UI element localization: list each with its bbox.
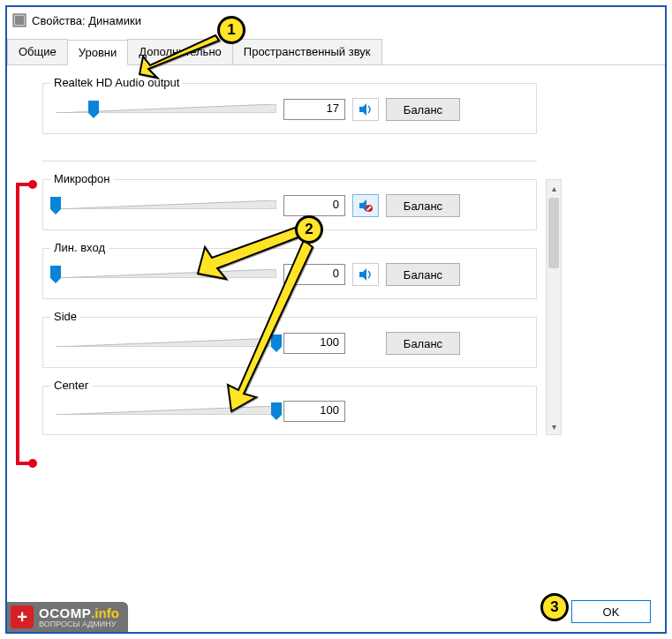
watermark-suffix: .info: [91, 605, 119, 620]
tab-strip: Общие Уровни Дополнительно Пространствен…: [7, 39, 665, 65]
channel-mute-toggle[interactable]: [352, 263, 379, 286]
tab-spatial[interactable]: Пространственный звук: [232, 39, 382, 64]
svg-marker-3: [88, 101, 99, 118]
channel-balance-button[interactable]: Баланс: [386, 194, 460, 217]
channel-label: Лин. вход: [50, 241, 109, 254]
output-balance-button[interactable]: Баланс: [386, 98, 460, 121]
watermark: + OCOMP.info ВОПРОСЫ АДМИНУ: [7, 602, 128, 632]
svg-marker-12: [359, 268, 366, 281]
channels-area: Микрофон 0 Баланс Лин. вход: [42, 179, 537, 435]
output-value[interactable]: 17: [283, 99, 345, 120]
scroll-up-icon[interactable]: ▴: [547, 180, 561, 196]
channel-slider-thumb[interactable]: [271, 402, 282, 420]
titlebar: Свойства: Динамики: [7, 7, 665, 34]
dialog-buttons: OK: [571, 600, 651, 623]
watermark-brand: OCOMP: [39, 605, 91, 620]
svg-marker-10: [56, 269, 276, 278]
output-mute-toggle[interactable]: [352, 98, 379, 121]
annotation-marker-3: 3: [540, 593, 569, 621]
svg-marker-7: [359, 199, 366, 212]
svg-rect-1: [15, 16, 24, 25]
channel-slider-thumb[interactable]: [50, 266, 61, 283]
properties-window: Свойства: Динамики Общие Уровни Дополнит…: [5, 5, 667, 634]
watermark-sub: ВОПРОСЫ АДМИНУ: [39, 620, 119, 628]
svg-marker-13: [56, 338, 276, 347]
channels-scrollbar[interactable]: ▴ ▾: [546, 179, 562, 435]
channel-group: Side 100 Баланс: [42, 317, 537, 368]
output-slider[interactable]: [56, 101, 276, 118]
tab-advanced[interactable]: Дополнительно: [127, 39, 233, 64]
channel-label: Side: [50, 310, 80, 323]
channel-balance-button[interactable]: Баланс: [386, 332, 460, 355]
channel-slider-thumb[interactable]: [50, 197, 61, 214]
channel-group: Лин. вход 0 Баланс: [42, 248, 537, 299]
channel-value[interactable]: 100: [283, 333, 345, 354]
svg-marker-4: [359, 103, 366, 116]
separator: [42, 161, 537, 162]
svg-marker-5: [56, 200, 276, 209]
channel-slider[interactable]: [56, 335, 276, 352]
channel-value[interactable]: 100: [283, 401, 345, 422]
channel-mute-toggle[interactable]: [352, 194, 379, 217]
channel-group: Микрофон 0 Баланс: [42, 179, 537, 230]
speaker-app-icon: [12, 13, 26, 27]
channel-slider-thumb[interactable]: [271, 335, 282, 352]
scroll-down-icon[interactable]: ▾: [547, 418, 561, 434]
svg-marker-14: [271, 335, 282, 352]
output-slider-thumb[interactable]: [88, 101, 99, 118]
channel-balance-button[interactable]: Баланс: [386, 263, 460, 286]
svg-marker-11: [50, 266, 61, 283]
channel-value[interactable]: 0: [283, 264, 345, 285]
ok-button[interactable]: OK: [571, 600, 651, 623]
tab-content: Realtek HD Audio output 17 Баланс: [7, 65, 665, 435]
scrollbar-thumb[interactable]: [548, 198, 559, 268]
tab-general[interactable]: Общие: [7, 39, 68, 64]
output-label: Realtek HD Audio output: [50, 76, 183, 89]
svg-marker-16: [271, 402, 282, 420]
channel-label: Center: [50, 379, 92, 392]
tab-levels[interactable]: Уровни: [67, 40, 128, 65]
watermark-plus-icon: +: [11, 605, 34, 628]
channel-group: Center 100: [42, 386, 537, 435]
window-title: Свойства: Динамики: [32, 14, 141, 27]
channel-slider[interactable]: [56, 197, 276, 214]
channel-slider[interactable]: [56, 266, 276, 283]
output-group: Realtek HD Audio output 17 Баланс: [42, 83, 537, 134]
svg-marker-15: [56, 406, 276, 415]
svg-marker-6: [50, 197, 61, 214]
channel-label: Микрофон: [50, 172, 113, 185]
channel-slider[interactable]: [56, 402, 276, 420]
annotation-bracket: [16, 183, 32, 465]
channel-value[interactable]: 0: [283, 195, 345, 216]
